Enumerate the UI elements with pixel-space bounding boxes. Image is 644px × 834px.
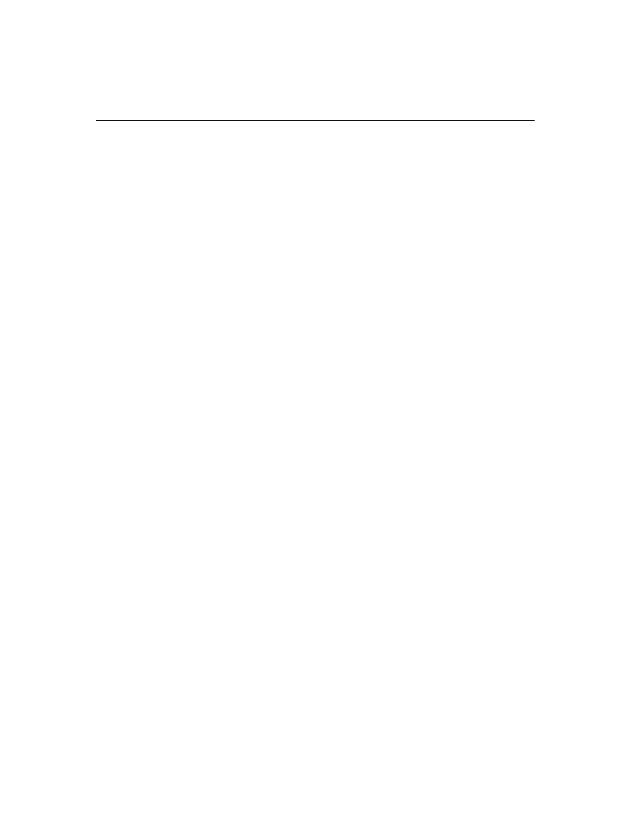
horizontal-rule (96, 120, 535, 121)
document-page (0, 0, 644, 834)
